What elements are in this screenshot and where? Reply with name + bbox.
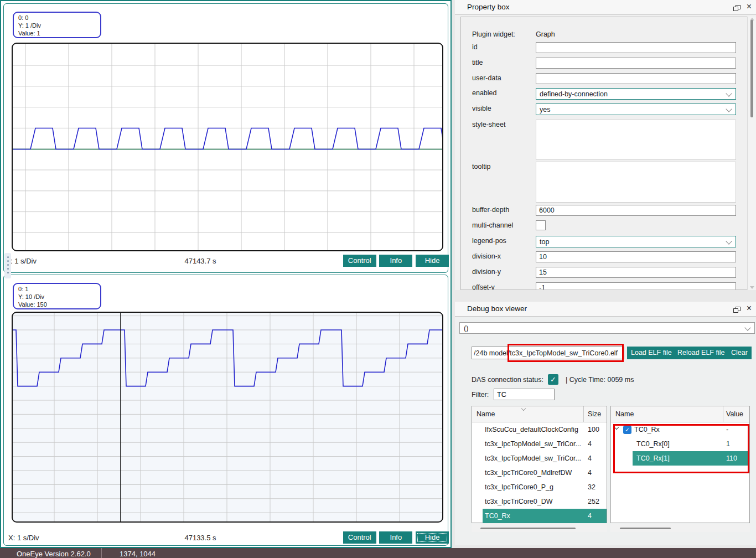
clear-button[interactable]: Clear	[727, 347, 752, 359]
vertical-scrollbar[interactable]	[747, 17, 756, 290]
scrollbar-thumb[interactable]	[480, 528, 576, 529]
buffer-depth-field[interactable]	[536, 205, 736, 216]
watch-row[interactable]: TC0_Rx[0]1	[611, 437, 749, 451]
control-button[interactable]: Control	[343, 531, 376, 544]
horizontal-scrollbar[interactable]	[472, 524, 607, 532]
status-bar: OneEye Version 2.62.0 1374, 1044	[0, 548, 756, 558]
watch-value: 1	[726, 440, 730, 448]
visible-value: yes	[540, 106, 550, 113]
float-icon[interactable]	[733, 4, 741, 14]
symbol-row[interactable]: tc3x_IpcTopModel_sw_TriCor...4	[472, 451, 607, 466]
scrollbar-thumb[interactable]	[750, 20, 753, 117]
reload-elf-button[interactable]: Reload ELF file	[674, 347, 728, 359]
symbol-size: 4	[588, 454, 592, 462]
info-button[interactable]: Info	[379, 255, 412, 267]
filter-label: Filter:	[472, 391, 489, 399]
cycle-time-label: | Cycle Time: 0059 ms	[566, 376, 634, 384]
watch-value: -	[726, 426, 728, 433]
sort-indicator-icon	[521, 406, 526, 411]
tooltip-label: tooltip	[472, 163, 490, 170]
load-elf-button[interactable]: Load ELF file	[627, 347, 676, 359]
das-connected-checkbox[interactable]: ✓	[548, 374, 558, 385]
plugin-widget-label: Plugin widget:	[472, 30, 515, 38]
tooltip-textarea[interactable]	[536, 162, 736, 203]
splitter-handle[interactable]	[4, 253, 11, 278]
scrollbar-thumb[interactable]	[620, 528, 671, 529]
symbol-row[interactable]: TC0_Rx4	[472, 509, 607, 523]
graph1-time-label: 47133.5 s	[170, 534, 231, 542]
watch-table-header[interactable]: Name Value	[611, 406, 749, 422]
cursor-coordinates: 1374, 1044	[120, 550, 156, 558]
control-button[interactable]: Control	[343, 255, 376, 267]
watch-value: 110	[726, 454, 737, 462]
graph1-footer: X: 1 s/Div 47133.5 s Control Info Hide	[4, 531, 449, 545]
column-header-name[interactable]: Name	[615, 410, 634, 418]
chevron-down-icon	[726, 90, 732, 96]
legend-pos-dropdown[interactable]: top	[536, 236, 736, 247]
enabled-label: enabled	[472, 89, 497, 97]
column-divider[interactable]	[723, 406, 723, 422]
symbol-row[interactable]: tc3x_IpcTopModel_sw_TriCor...4	[472, 437, 607, 451]
symbol-name: tc3x_IpcTopModel_sw_TriCor...	[485, 454, 581, 462]
expander-icon[interactable]	[614, 425, 619, 430]
enabled-dropdown[interactable]: defined-by-connection	[536, 88, 736, 100]
symbol-size: 252	[588, 498, 599, 505]
buffer-depth-label: buffer-depth	[472, 206, 509, 214]
symbol-row[interactable]: tc3x_IpcTriCore0_P_g32	[472, 480, 607, 494]
user-data-field[interactable]	[536, 73, 736, 84]
graph0-footer: : 1 s/Div 47143.7 s Control Info Hide	[4, 254, 449, 268]
symbol-name: TC0_Rx	[485, 512, 510, 520]
title-label: title	[472, 59, 483, 66]
close-icon[interactable]: ×	[747, 2, 752, 12]
legend-pos-label: legend-pos	[472, 237, 506, 245]
multi-channel-label: multi-channel	[472, 221, 513, 229]
column-header-name[interactable]: Name	[477, 410, 495, 418]
legend-pos-value: top	[540, 238, 549, 246]
id-field[interactable]	[536, 42, 736, 53]
watch-row[interactable]: ✓TC0_Rx-	[611, 422, 749, 437]
plot-enable-checkbox[interactable]: ✓	[623, 426, 631, 434]
symbol-row[interactable]: tc3x_IpcTriCore0_MdlrefDW4	[472, 466, 607, 480]
legend-ydiv: Y: 10 /Div	[18, 293, 96, 301]
column-divider[interactable]	[583, 406, 584, 422]
symbol-name: tc3x_IpcTriCore0_P_g	[485, 483, 553, 491]
graphs-window: 0: 0 Y: 1 /Div Value: 1 : 1 s/Div 47143.…	[0, 0, 452, 548]
symbol-size: 4	[588, 512, 592, 520]
id-label: id	[472, 43, 478, 51]
expression-dropdown[interactable]: ()	[459, 322, 755, 334]
title-field[interactable]	[536, 58, 736, 69]
symbol-table-header[interactable]: Name Size	[472, 406, 607, 422]
column-header-size[interactable]: Size	[588, 410, 601, 418]
column-header-value[interactable]: Value	[726, 410, 743, 418]
info-button[interactable]: Info	[379, 531, 412, 544]
symbol-row[interactable]: tc3x_IpcTriCore0_DW252	[472, 494, 607, 509]
visible-dropdown[interactable]: yes	[536, 104, 736, 115]
division-y-field[interactable]	[536, 267, 736, 278]
symbol-row[interactable]: IfxScuCcu_defaultClockConfig100	[472, 422, 607, 437]
hide-button[interactable]: Hide	[416, 255, 449, 267]
graph0-plot-area[interactable]	[12, 43, 443, 251]
visible-label: visible	[472, 105, 491, 112]
legend-channel: 0: 1	[18, 285, 96, 293]
elf-path-field[interactable]	[472, 347, 624, 359]
graph1-plot-area[interactable]	[12, 312, 443, 523]
style-sheet-textarea[interactable]	[536, 120, 736, 160]
filter-input[interactable]	[494, 389, 555, 400]
symbol-size: 32	[588, 483, 596, 491]
property-box-titlebar[interactable]: Property box ×	[455, 0, 756, 15]
horizontal-scrollbar[interactable]	[610, 524, 750, 532]
hide-button[interactable]: Hide	[416, 531, 449, 544]
close-icon[interactable]: ×	[747, 303, 752, 313]
float-icon[interactable]	[733, 306, 741, 316]
scroll-down-icon[interactable]	[750, 286, 754, 289]
legend-channel: 0: 0	[18, 14, 96, 22]
division-x-field[interactable]	[536, 251, 736, 262]
debug-box-titlebar[interactable]: Debug box viewer ×	[455, 302, 756, 317]
statusbar-divider	[101, 548, 102, 558]
multi-channel-checkbox[interactable]	[536, 220, 546, 230]
symbol-size: 4	[588, 440, 592, 448]
graph1-waveform	[13, 313, 442, 521]
watch-row[interactable]: TC0_Rx[1]110	[611, 451, 749, 466]
offset-y-field[interactable]	[536, 282, 736, 290]
graph0-xscale-label: : 1 s/Div	[11, 257, 37, 265]
